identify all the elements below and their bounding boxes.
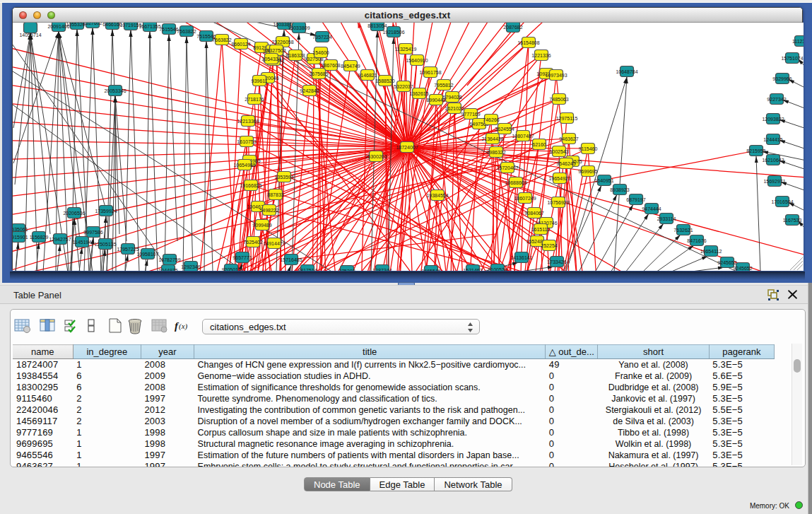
svg-text:2087682: 2087682 (503, 25, 522, 30)
svg-text:21364436: 21364436 (481, 136, 503, 141)
svg-text:9115460: 9115460 (579, 146, 598, 151)
svg-text:6794028: 6794028 (442, 95, 461, 100)
svg-text:1292346: 1292346 (181, 264, 200, 269)
svg-text:15640910: 15640910 (406, 58, 428, 63)
svg-text:9997586: 9997586 (83, 230, 102, 235)
svg-text:18724007: 18724007 (396, 145, 418, 150)
svg-text:17359924: 17359924 (95, 209, 117, 214)
svg-text:1112304: 1112304 (792, 39, 804, 44)
svg-text:14055714: 14055714 (19, 33, 41, 37)
svg-text:7515546: 7515546 (159, 27, 178, 32)
svg-text:10958107: 10958107 (136, 252, 158, 257)
svg-text:5498222: 5498222 (259, 208, 278, 213)
svg-text:10654985: 10654985 (233, 163, 255, 168)
svg-text:9227342: 9227342 (767, 97, 786, 102)
svg-text:9205011: 9205011 (222, 267, 241, 271)
svg-text:10973493: 10973493 (545, 73, 567, 78)
svg-text:8938923: 8938923 (610, 187, 629, 192)
svg-text:12505135: 12505135 (94, 242, 116, 247)
svg-text:939611: 939611 (252, 78, 268, 83)
svg-text:1588520: 1588520 (375, 78, 394, 83)
svg-text:1287344: 1287344 (372, 268, 392, 271)
svg-text:19218506: 19218506 (382, 30, 404, 35)
svg-text:19166825: 19166825 (240, 183, 261, 188)
svg-text:154600: 154600 (312, 50, 329, 55)
svg-text:1145194: 1145194 (73, 240, 92, 245)
svg-text:16782759: 16782759 (158, 257, 180, 262)
svg-text:15751074: 15751074 (781, 56, 803, 61)
svg-text:25300203: 25300203 (365, 154, 387, 159)
svg-text:1002543: 1002543 (549, 149, 568, 154)
svg-text:11325419: 11325419 (395, 47, 417, 52)
svg-text:19654923: 19654923 (548, 176, 570, 181)
svg-text:6879197: 6879197 (626, 197, 645, 202)
svg-text:5322037: 5322037 (394, 84, 413, 89)
svg-text:19384554: 19384554 (426, 193, 448, 198)
svg-text:2867608: 2867608 (321, 63, 340, 68)
svg-text:1362615: 1362615 (409, 91, 428, 96)
svg-text:2718176: 2718176 (245, 97, 264, 102)
svg-text:1044975: 1044975 (158, 268, 177, 271)
svg-text:16671355: 16671355 (139, 24, 160, 29)
svg-text:252254: 252254 (541, 243, 557, 248)
svg-text:1610753: 1610753 (237, 139, 256, 144)
svg-text:20053346: 20053346 (104, 88, 126, 93)
svg-text:9099489: 9099489 (252, 223, 271, 228)
svg-text:975302: 975302 (339, 269, 355, 271)
svg-text:3915901: 3915901 (13, 235, 28, 240)
svg-text:16154808: 16154808 (517, 40, 539, 45)
svg-text:7485063: 7485063 (549, 97, 568, 102)
svg-text:9242848: 9242848 (300, 88, 319, 93)
svg-text:9777169: 9777169 (461, 112, 480, 117)
svg-text:2933114: 2933114 (657, 216, 676, 221)
svg-text:62160: 62160 (532, 142, 546, 147)
svg-text:8535061: 8535061 (13, 227, 28, 232)
svg-text:9546245: 9546245 (556, 161, 575, 166)
svg-text:1733426: 1733426 (547, 259, 566, 264)
svg-text:16210643: 16210643 (762, 158, 784, 163)
svg-text:8660124: 8660124 (231, 42, 250, 47)
svg-text:8186328: 8186328 (286, 53, 305, 58)
svg-text:1527602: 1527602 (83, 23, 102, 25)
svg-text:8813054: 8813054 (367, 23, 387, 28)
svg-text:23226058: 23226058 (271, 40, 293, 45)
svg-text:9245652: 9245652 (717, 260, 736, 265)
svg-text:12975115: 12975115 (556, 116, 578, 121)
svg-text:1621022: 1621022 (445, 106, 464, 111)
svg-text:9465546: 9465546 (421, 269, 440, 271)
svg-text:14136141: 14136141 (510, 255, 532, 260)
svg-text:18607249: 18607249 (514, 196, 536, 201)
svg-text:9327503: 9327503 (266, 48, 286, 53)
svg-text:10961758: 10961758 (419, 70, 441, 75)
svg-text:10688609: 10688609 (505, 180, 526, 185)
svg-text:14914479: 14914479 (263, 241, 285, 246)
svg-text:3675685: 3675685 (309, 71, 328, 76)
svg-text:8100524: 8100524 (488, 267, 507, 271)
svg-text:8817514: 8817514 (298, 268, 317, 271)
svg-text:887833: 887833 (267, 192, 283, 197)
svg-text:12093822: 12093822 (762, 117, 784, 122)
svg-text:746266: 746266 (483, 117, 499, 122)
svg-text:9657771: 9657771 (233, 255, 252, 260)
svg-text:15720407: 15720407 (496, 165, 518, 170)
svg-text:17016504: 17016504 (771, 199, 793, 204)
svg-text:7625402: 7625402 (243, 240, 262, 245)
svg-text:15692971: 15692971 (763, 179, 785, 184)
svg-text:8471676: 8471676 (687, 238, 706, 243)
svg-text:10648784: 10648784 (616, 69, 637, 74)
svg-text:9146821: 9146821 (358, 73, 377, 78)
svg-text:(x): (x) (179, 322, 188, 331)
svg-text:1054334: 1054334 (261, 57, 281, 62)
svg-text:10654112: 10654112 (700, 249, 722, 254)
svg-text:12213369: 12213369 (237, 119, 259, 124)
svg-text:7986322: 7986322 (486, 150, 505, 155)
svg-text:9699695: 9699695 (578, 169, 597, 174)
svg-text:1244415: 1244415 (763, 137, 782, 142)
svg-text:7955812: 7955812 (434, 83, 453, 88)
svg-text:20206536: 20206536 (63, 211, 85, 216)
svg-text:7563822: 7563822 (177, 29, 196, 34)
svg-text:3624554: 3624554 (495, 127, 514, 132)
svg-text:7632621: 7632621 (673, 228, 693, 233)
svg-text:17957225: 17957225 (117, 247, 139, 252)
svg-text:9474444: 9474444 (642, 206, 661, 211)
